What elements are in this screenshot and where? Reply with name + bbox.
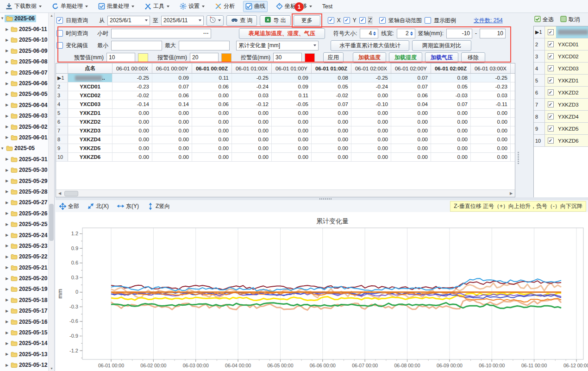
value-cell[interactable]: 0.00: [113, 118, 152, 126]
point-list-item[interactable]: 6✓YXKZD2: [534, 87, 588, 99]
value-cell[interactable]: 0.07: [312, 100, 351, 108]
value-cell[interactable]: 0.00: [113, 144, 152, 152]
value-cell[interactable]: 0.05: [431, 82, 471, 91]
tree-item-2025-05-14[interactable]: ▶2025-05-14: [0, 338, 49, 349]
value-cell[interactable]: 0.00: [272, 153, 312, 161]
hour-input[interactable]: ···: [111, 29, 211, 38]
value-cell[interactable]: 0.00: [192, 126, 232, 135]
point-name-cell[interactable]: YXKZD5: [68, 144, 113, 152]
value-cell[interactable]: 0.00: [152, 144, 192, 152]
caret-collapsed-icon[interactable]: ▶: [5, 82, 9, 86]
tree-item-2025-06-05[interactable]: ▶2025-06-05: [0, 89, 49, 100]
cancel-select-button[interactable]: 取消: [560, 16, 580, 24]
point-checkbox[interactable]: ✓: [548, 41, 554, 47]
caret-collapsed-icon[interactable]: ▶: [5, 265, 9, 270]
tree-item-2025-05-29[interactable]: ▶2025-05-29: [0, 176, 49, 186]
scroll-down-icon[interactable]: ▼: [50, 367, 53, 370]
tree-item-2025-06-01[interactable]: ▶2025-06-01: [0, 132, 49, 143]
value-cell[interactable]: 0.00: [152, 109, 192, 117]
tree-item-2025-06-09[interactable]: ▶2025-06-09: [0, 45, 49, 56]
from-date-select[interactable]: 2025/6/1: [107, 16, 150, 25]
toolbar-item-批量处理[interactable]: 批量处理: [96, 1, 136, 12]
point-name-cell[interactable]: YXKZD2: [68, 118, 113, 126]
value-cell[interactable]: 0.09: [272, 82, 312, 91]
value-cell[interactable]: -0.14: [113, 100, 152, 108]
tree-item-2025-06-11[interactable]: ▶2025-06-11: [0, 24, 49, 34]
tree-item-2025-05-15[interactable]: ▶2025-05-15: [0, 327, 49, 338]
toolbar-item-Test[interactable]: Test: [320, 1, 334, 12]
value-cell[interactable]: 0.00: [391, 135, 431, 144]
tree-item-2025-05-12[interactable]: ▶2025-05-12: [0, 360, 49, 371]
tree-item-2025-05-24[interactable]: ▶2025-05-24: [0, 230, 49, 240]
value-cell[interactable]: -0.25: [113, 74, 152, 82]
value-cell[interactable]: 0.07: [391, 74, 431, 82]
point-list-item[interactable]: 3✓YXCD02: [534, 50, 588, 63]
row-number-cell[interactable]: 10: [56, 153, 68, 161]
value-cell[interactable]: -0.23: [471, 82, 511, 91]
value-cell[interactable]: 0.00: [351, 126, 391, 135]
point-name-cell[interactable]: YXCD01: [68, 82, 113, 91]
value-cell[interactable]: 0.00: [351, 153, 391, 161]
metric-select[interactable]: 累计变化量 [mm]: [236, 41, 319, 50]
point-name-cell[interactable]: YXKZD1: [68, 109, 113, 117]
point-checkbox[interactable]: ✓: [548, 101, 554, 107]
table-row[interactable]: 2YXCD01-0.230.070.06-0.240.090.05-0.240.…: [56, 82, 515, 91]
caret-collapsed-icon[interactable]: ▶: [5, 341, 9, 346]
value-cell[interactable]: 0.00: [192, 91, 232, 100]
tree-item-2025-05[interactable]: ▼2025-05: [0, 143, 49, 154]
min-input[interactable]: [111, 41, 162, 50]
caret-collapsed-icon[interactable]: ▶: [5, 189, 9, 194]
show-legend-checkbox[interactable]: [425, 17, 431, 24]
value-cell[interactable]: 0.00: [113, 109, 152, 117]
caret-collapsed-icon[interactable]: ▶: [5, 244, 9, 248]
point-checkbox[interactable]: ✓: [548, 29, 554, 35]
chart-tool-Z竖向[interactable]: Z竖向: [147, 202, 170, 210]
value-cell[interactable]: 0.00: [232, 144, 272, 152]
vaxis-max-input[interactable]: 10: [480, 29, 506, 38]
axis-y-checkbox[interactable]: [344, 17, 350, 24]
date-query-checkbox[interactable]: [56, 17, 63, 24]
vaxis-min-input[interactable]: -10: [446, 29, 472, 38]
table-hscroll-thumb[interactable]: [64, 191, 78, 196]
point-list-item[interactable]: 7✓YXKZD3: [534, 99, 588, 111]
value-cell[interactable]: 0.00: [232, 126, 272, 135]
value-cell[interactable]: 0.14: [152, 100, 192, 108]
column-header[interactable]: 06-01 03:00X: [471, 63, 511, 73]
value-cell[interactable]: 0.00: [351, 144, 391, 152]
value-cell[interactable]: 0.00: [232, 153, 272, 161]
auto-range-checkbox[interactable]: [379, 17, 386, 24]
value-cell[interactable]: 0.00: [192, 153, 232, 161]
caret-collapsed-icon[interactable]: ▶: [5, 103, 9, 107]
caret-collapsed-icon[interactable]: ▶: [5, 298, 9, 302]
caret-collapsed-icon[interactable]: ▶: [5, 125, 9, 129]
caret-collapsed-icon[interactable]: ▶: [5, 233, 9, 237]
point-list-item[interactable]: ▶1✓: [534, 26, 588, 38]
value-cell[interactable]: -0.03: [431, 91, 471, 100]
value-cell[interactable]: 0.00: [471, 126, 511, 135]
caret-collapsed-icon[interactable]: ▶: [5, 255, 9, 259]
scroll-up-icon[interactable]: ▲: [50, 14, 53, 17]
table-row[interactable]: 8YXKZD40.000.000.000.000.000.000.000.000…: [56, 135, 515, 144]
value-cell[interactable]: -0.11: [471, 100, 511, 108]
row-number-cell[interactable]: 8: [56, 135, 68, 144]
value-cell[interactable]: 0.08: [431, 74, 471, 82]
table-row[interactable]: 9YXKZD50.000.000.000.000.000.000.000.000…: [56, 144, 515, 153]
chart-tool-全部[interactable]: 全部: [59, 202, 79, 210]
value-cell[interactable]: 0.00: [272, 118, 312, 126]
caret-collapsed-icon[interactable]: ▶: [5, 331, 9, 335]
caret-collapsed-icon[interactable]: ▶: [5, 309, 9, 313]
tree-item-2025-06-04[interactable]: ▶2025-06-04: [0, 100, 49, 110]
value-cell[interactable]: 0.00: [391, 126, 431, 135]
tree-item-2025-05-13[interactable]: ▶2025-05-13: [0, 349, 49, 359]
two-period-compare-button[interactable]: 两期监测值对比: [412, 40, 471, 51]
point-checkbox[interactable]: ✓: [548, 53, 554, 59]
value-cell[interactable]: -0.12: [232, 100, 272, 108]
value-cell[interactable]: 0.00: [431, 109, 471, 117]
value-cell[interactable]: -0.25: [471, 74, 511, 82]
tree-item-2025-05-26[interactable]: ▶2025-05-26: [0, 208, 49, 219]
value-cell[interactable]: 0.00: [391, 153, 431, 161]
column-header[interactable]: 06-01 00:00X: [113, 63, 152, 73]
value-cell[interactable]: 0.00: [192, 135, 232, 144]
table-panel-splitter[interactable]: [517, 63, 520, 197]
caret-collapsed-icon[interactable]: ▶: [5, 211, 9, 215]
